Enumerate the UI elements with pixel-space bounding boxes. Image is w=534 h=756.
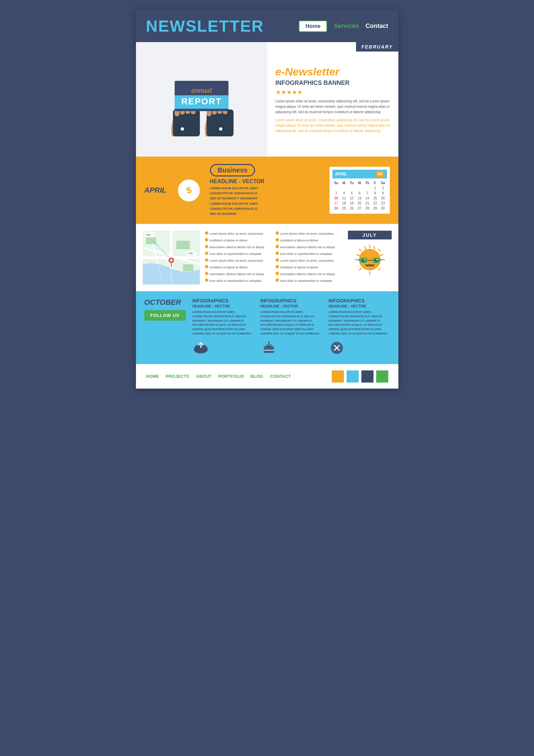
- svg-text:annual: annual: [191, 86, 212, 94]
- enewsletter-title: e-Newsletter: [276, 66, 390, 78]
- footer-nav-projects[interactable]: PROJECTS: [166, 374, 189, 379]
- calendar-header: APRIL 04: [332, 170, 387, 178]
- svg-text:400: 400: [146, 233, 151, 236]
- oct-col2-title: INFOGRAPHICS: [260, 298, 322, 303]
- oct-col3-subtitle: HEADLINE - VECTOR: [328, 304, 390, 308]
- oct-col2-text: Lorem ipsum dolor sit amet, consectetur …: [260, 310, 322, 336]
- section-october: OCTOBER FOLLOW US INFOGRAPHICS HEADLINE …: [136, 291, 398, 364]
- main-nav: Home Services Contact: [299, 21, 388, 32]
- list-item: Lorem ipsum dolor sit amet, consectetur: [205, 231, 272, 237]
- dollar-icon: $: [175, 177, 202, 204]
- upload-cloud-icon: [192, 339, 254, 357]
- page-wrapper: NEWSLETTER Home Services Contact: [136, 10, 398, 389]
- svg-text:REPORT: REPORT: [181, 96, 221, 106]
- bullet-icon: [276, 245, 279, 248]
- list-item: irure dolor in reprehenderit in voluptat…: [276, 251, 343, 257]
- october-label: OCTOBER: [144, 298, 181, 307]
- follow-us-button[interactable]: FOLLOW US: [144, 310, 186, 321]
- svg-rect-24: [176, 241, 190, 249]
- list-item: irure dolor in reprehenderit in voluptat…: [205, 278, 272, 284]
- feb-left: annual REPORT: [136, 42, 267, 157]
- svg-line-40: [378, 268, 381, 270]
- svg-point-17: [219, 127, 222, 131]
- oct-col3-text: Lorem ipsum dolor sit amet, consectetur …: [328, 310, 390, 336]
- bullet-icon: [205, 278, 208, 282]
- map-svg: 400 I-95: [143, 231, 200, 285]
- list-item: incididunt ut labore et dolore: [276, 264, 343, 270]
- nav-home-button[interactable]: Home: [299, 21, 327, 32]
- business-tag: Business: [210, 164, 255, 176]
- table-row: 12: [332, 186, 387, 191]
- color-swatches: [332, 370, 388, 383]
- feb-right: FEBRUARY e-Newsletter INFOGRAPHICS BANNE…: [267, 42, 398, 157]
- october-col-1: INFOGRAPHICS HEADLINE - VECTOR Lorem ips…: [192, 298, 254, 357]
- footer-nav-portfolio[interactable]: PORTFOLIO: [218, 374, 244, 379]
- svg-line-39: [359, 268, 361, 270]
- list-item: incididunt ut labore et dolore: [276, 237, 343, 243]
- bullet-icon: [276, 272, 279, 275]
- color-swatch-yellow: [332, 370, 344, 383]
- footer-nav-home[interactable]: HOME: [146, 374, 159, 379]
- cal-header-tu: Tu: [348, 180, 356, 186]
- oct-col1-title: INFOGRAPHICS: [192, 298, 254, 303]
- list-item: irure dolor in reprehenderit in voluptat…: [205, 251, 272, 257]
- footer-nav-about[interactable]: ABOUT: [196, 374, 212, 379]
- svg-line-43: [365, 246, 366, 250]
- color-swatch-blue: [347, 370, 359, 383]
- bullet-icon: [276, 231, 279, 235]
- bullet-icon: [205, 231, 208, 235]
- october-col-3: INFOGRAPHICS HEADLINE - VECTOR Lorem ips…: [328, 298, 390, 357]
- bullet-icon: [276, 278, 279, 282]
- sun-illustration: [353, 243, 387, 276]
- footer-nav-blog[interactable]: BLOG: [251, 374, 263, 379]
- oct-col1-subtitle: HEADLINE - VECTOR: [192, 304, 254, 308]
- svg-line-41: [356, 255, 360, 256]
- nav-contact-link[interactable]: Contact: [366, 23, 388, 30]
- feb-text-2: Lorem ipsum dolor sit amet, consectetur …: [276, 118, 390, 134]
- star-rating: ★★★★★: [276, 89, 390, 96]
- nav-services-link[interactable]: Services: [334, 23, 359, 30]
- svg-point-52: [375, 259, 378, 262]
- oct-col1-text: Lorem ipsum dolor sit amet, consectetur …: [192, 310, 254, 336]
- bullet-icon: [205, 258, 208, 262]
- bullet-icon: [276, 265, 279, 268]
- list-item: exercitation ullamco laboris nisi ut ali…: [205, 271, 272, 277]
- list-item: Lorem ipsum dolor sit amet, consectetur: [276, 258, 343, 264]
- april-month-label: APRIL: [144, 186, 171, 195]
- map-illustration: 400 I-95: [143, 231, 200, 285]
- color-swatch-green: [376, 370, 388, 383]
- svg-point-54: [376, 259, 378, 260]
- february-badge: FEBRUARY: [356, 42, 398, 52]
- cal-header-th: Th: [363, 180, 371, 186]
- bullet-icon: [205, 272, 208, 275]
- april-text: Lorem ipsum dolor sit amet,consectetur a…: [210, 186, 319, 217]
- svg-rect-23: [146, 237, 156, 244]
- july-badge: JULY: [348, 231, 392, 239]
- oct-col2-subtitle: HEADLINE - VECTOR: [260, 304, 322, 308]
- july-list-2: Lorem ipsum dolor sit amet, consectetur …: [276, 231, 343, 285]
- color-swatch-dark: [361, 370, 373, 383]
- july-right: JULY: [348, 231, 392, 285]
- list-item: incididunt ut labore et dolore: [205, 264, 272, 270]
- site-title: NEWSLETTER: [146, 17, 264, 35]
- section-february: annual REPORT FEBRUARY e-Newsletter INFO…: [136, 42, 398, 157]
- cal-header-w: W: [356, 180, 363, 186]
- table-row: 24252627282930: [332, 206, 387, 211]
- svg-point-57: [201, 347, 208, 352]
- svg-line-44: [374, 246, 375, 250]
- bullet-icon: [205, 238, 208, 241]
- svg-text:I-95: I-95: [188, 252, 193, 255]
- oct-col3-title: INFOGRAPHICS: [328, 298, 390, 303]
- july-lists: Lorem ipsum dolor sit amet, consectetur …: [205, 231, 343, 285]
- svg-rect-25: [183, 264, 193, 271]
- april-content: Business HEADLINE - VECTOR Lorem ipsum d…: [207, 164, 323, 217]
- cal-header-m: M: [340, 180, 348, 186]
- svg-line-37: [359, 249, 361, 251]
- cal-header-su: Su: [332, 180, 340, 186]
- footer-nav-contact[interactable]: CONTACT: [270, 374, 291, 379]
- annual-report-illustration: annual REPORT: [154, 62, 249, 136]
- bullet-icon: [276, 238, 279, 241]
- calendar-month: APRIL: [335, 172, 347, 176]
- cal-header-f: F: [371, 180, 379, 186]
- list-item: exercitation ullamco laboris nisi ut ali…: [276, 244, 343, 250]
